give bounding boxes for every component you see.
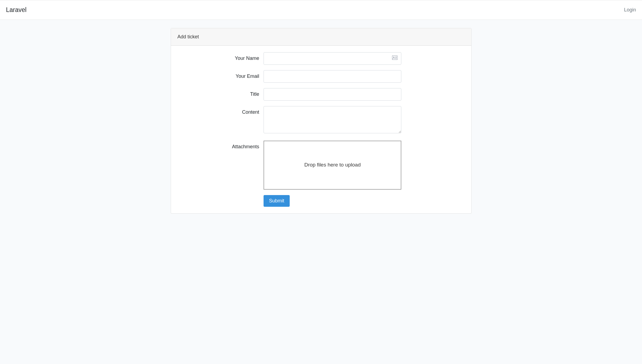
dropzone[interactable]: Drop files here to upload [264, 141, 401, 190]
form-group-content: Content [178, 106, 465, 135]
title-input[interactable] [264, 88, 401, 101]
email-input[interactable] [264, 70, 401, 83]
card-header: Add ticket [171, 28, 471, 46]
navbar-brand[interactable]: Laravel [6, 5, 26, 15]
submit-wrapper: Submit [264, 195, 290, 207]
form-group-attachments: Attachments Drop files here to upload [178, 141, 465, 190]
name-label: Your Name [178, 52, 264, 62]
form-group-title: Title [178, 88, 465, 101]
name-field-wrapper [264, 52, 401, 65]
main-container: Add ticket Your Name [167, 28, 476, 214]
submit-offset [178, 195, 264, 207]
add-ticket-card: Add ticket Your Name [171, 28, 472, 214]
attachments-label: Attachments [178, 141, 264, 150]
navbar: Laravel Login [0, 0, 642, 20]
card-body: Your Name [171, 46, 471, 213]
content-field-wrapper [264, 106, 401, 135]
submit-button[interactable]: Submit [264, 195, 290, 207]
attachments-field-wrapper: Drop files here to upload [264, 141, 401, 190]
title-label: Title [178, 88, 264, 98]
title-field-wrapper [264, 88, 401, 101]
submit-row: Submit [178, 195, 465, 207]
email-label: Your Email [178, 70, 264, 80]
email-field-wrapper [264, 70, 401, 83]
name-input[interactable] [264, 52, 401, 65]
dropzone-text: Drop files here to upload [304, 161, 361, 169]
form-group-email: Your Email [178, 70, 465, 83]
content-label: Content [178, 106, 264, 116]
login-link[interactable]: Login [624, 6, 636, 14]
form-group-name: Your Name [178, 52, 465, 65]
content-textarea[interactable] [264, 106, 401, 133]
